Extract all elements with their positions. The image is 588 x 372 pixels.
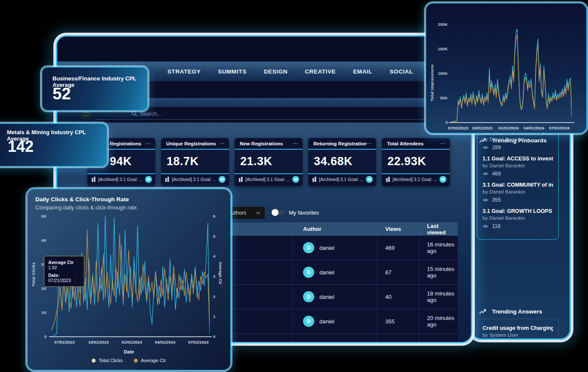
more-options-icon[interactable]: ⋯ [440,141,446,146]
column-header-Views[interactable]: Views [377,222,419,236]
nav-item-creative[interactable]: CREATIVE [296,68,344,75]
trending-answers-title: Trending Answers [492,308,542,315]
chevron-down-icon [256,212,260,214]
cell-views [377,334,419,343]
my-favorites-toggle[interactable] [272,210,284,215]
toggle-knob [272,209,279,216]
metric-card-footer[interactable]: [Archived] 3.1 Goal: ...M [235,174,303,184]
cell-views: 40 [377,285,419,309]
cell-last-viewed: 20 minutes ago [419,309,458,333]
metric-card-footer[interactable]: [Archived] 3.1 Goal: ...M [382,174,450,184]
pinboard-author: by Daniel Barankin [483,136,553,142]
metric-card-title: Returning Registrations [313,141,366,146]
avatar: M [219,176,226,183]
y-tick-left: 5K [34,214,46,218]
nav-item-summits[interactable]: SUMMITS [209,68,255,75]
pinboard-author: by Daniel Barankin [483,163,553,169]
metric-card-3[interactable]: New Registrations⋯21.3K[Archived] 3.1 Go… [235,138,303,186]
tooltip-date-value: 07/21/2023 [48,278,80,283]
cell-last-viewed: 15 minutes ago [419,260,458,284]
more-options-icon[interactable]: ⋯ [145,141,151,146]
metric-card-footer[interactable]: [Archived] 3.1 Goal: ...M [87,174,155,184]
chart-title: Daily Clicks & Click-Through Rate [35,196,129,203]
metric-card-2[interactable]: Unique Registrations⋯18.7K[Archived] 3.1… [161,138,229,186]
pinboard-views: 118 [483,223,553,229]
metric-card-footer[interactable]: [Archived] 3.1 Goal: ...M [308,174,376,184]
more-options-icon[interactable]: ⋯ [219,141,225,146]
chart-subtitle: Comparing daily clicks & click-through r… [35,205,138,211]
x-tick: 07/01/2024 [188,340,209,344]
eye-icon [483,145,489,150]
metric-card-title: Total Attendees [387,141,424,146]
column-header-Last viewed[interactable]: Last viewed [419,222,458,236]
metric-card-header: Total Attendees⋯ [382,138,450,150]
pinboard-item[interactable]: 3.1 Goal: COMMUNITY of inv...by Daniel B… [483,182,553,203]
metric-card-4[interactable]: Returning Registrations⋯34.68K[Archived]… [308,138,376,186]
legend-item-average-ctr[interactable]: Average Ctr [134,358,166,363]
impressions-x-axis [449,122,574,123]
more-options-icon[interactable]: ⋯ [366,141,372,146]
metric-card-5[interactable]: Total Attendees⋯22.93K[Archived] 3.1 Goa… [382,138,450,186]
y-tick-right: 6 [213,214,219,218]
legend-dot [134,359,138,363]
cell-last-viewed: 16 minutes ago [419,236,458,260]
tooltip-date-label: Date: [48,273,80,278]
metric-card-value: 18.7K [161,150,229,174]
chart-legend: Total ClicksAverage Ctr [28,358,230,363]
y-tick-right: 0 [213,334,219,339]
daily-clicks-chart-card: Daily Clicks & Click-Through Rate Compar… [27,188,231,371]
x-tick: 07/01/2023 [448,126,468,130]
metric-card-value: 21.3K [235,150,303,174]
trending-answers-card: Credit usage from Charging...by System U… [477,319,559,340]
legend-dot [92,359,96,363]
nav-item-social[interactable]: SOCIAL [381,68,422,75]
bar-chart-icon [239,177,243,182]
nav-item-email[interactable]: EMAIL [344,68,381,75]
search-input[interactable]: Search... [140,111,161,117]
answer-item[interactable]: Credit usage from Charging...by System U… [483,325,553,338]
cell-author: Ddaniel [292,236,377,260]
chart-series [451,29,572,122]
window-header-band [57,37,471,61]
trending-up-icon [479,309,487,315]
pinboard-author: by Daniel Barankin [483,215,553,221]
metric-card-header: Unique Registrations⋯ [161,138,229,150]
total-impressions-chart-card: Total Impressions 050K100K150K200K07/01/… [425,3,587,134]
kpi-value: 52 [53,85,71,103]
y-tick-right: 2 [213,294,219,299]
metals-mining-cpl-card[interactable]: Metals & Mining Industry CPL Average 142 [0,123,108,167]
impressions-line-chart [451,24,572,122]
business-finance-cpl-card[interactable]: Business/Finance Industry CPL Average 52 [41,67,148,111]
pinboard-item[interactable]: 3.1 Goal: GROWTH LOOPS f...by Daniel Bar… [483,208,553,229]
x-tick: 10/01/2023 [88,340,109,344]
pinboard-title: 3.1 Goal: GROWTH LOOPS f... [483,208,553,214]
y-tick-right: 4 [213,254,219,258]
column-header-Author[interactable]: Author [292,222,377,236]
y-tick: 50K [432,95,448,100]
y-tick-left: 4K [34,238,46,243]
x-axis-label: Date [28,349,230,354]
pinboard-author: by Daniel Barankin [483,189,553,195]
search-icon [131,111,137,117]
cell-author: Ddaniel [292,260,377,284]
pinboard-title: 1.1 Goal: ACCESS to investo... [483,156,553,162]
cell-author: Ddaniel [292,285,377,309]
cell-views: 67 [377,260,419,284]
more-options-icon[interactable]: ⋯ [293,141,298,146]
cell-views: 469 [377,236,419,260]
x-tick: 04/01/2024 [524,126,545,130]
metric-card-footer[interactable]: [Archived] 3.1 Goal: ...M [161,174,229,184]
legend-item-total-clicks[interactable]: Total Clicks [92,358,123,363]
clicks-x-axis [49,336,212,337]
pinboard-item[interactable]: 1.1 Goal: ACCESS to investo...by Daniel … [483,156,553,177]
metric-card-title: New Registrations [240,141,283,146]
nav-item-design[interactable]: DESIGN [255,68,296,75]
views-count: 289 [492,144,501,151]
legend-label: Average Ctr [141,358,166,363]
y-tick: 150K [432,46,448,51]
nav-item-strategy[interactable]: STRATEGY [159,68,209,75]
bar-chart-icon [165,177,169,182]
cell-views: 355 [377,309,419,333]
y-tick-right: 3 [213,274,219,279]
cell-author: Ddaniel [292,309,377,333]
